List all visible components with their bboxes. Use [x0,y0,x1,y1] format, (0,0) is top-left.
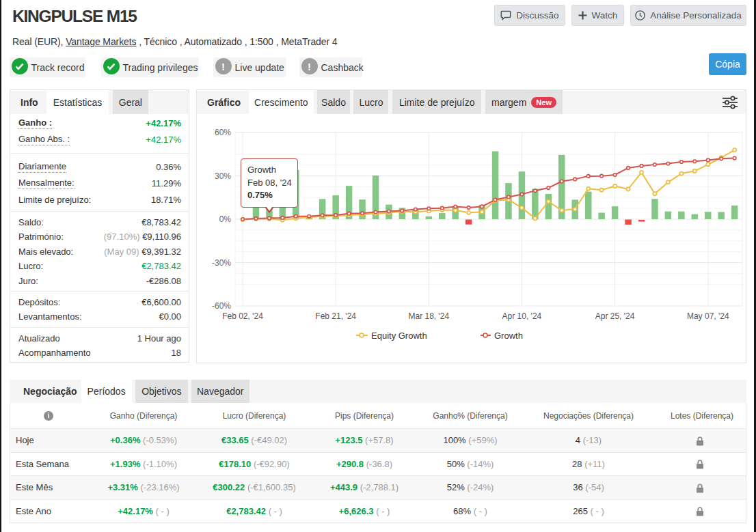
svg-text:Apr 25, '24: Apr 25, '24 [595,311,635,321]
svg-text:30%: 30% [215,171,231,181]
svg-text:0%: 0% [219,214,232,224]
svg-text:Mar 18, '24: Mar 18, '24 [408,311,449,321]
svg-text:-60%: -60% [212,301,231,311]
svg-text:-30%: -30% [212,258,231,268]
svg-text:Equity Growth: Equity Growth [371,331,427,341]
svg-text:May 07, '24: May 07, '24 [687,311,729,321]
svg-text:Growth: Growth [494,331,523,341]
svg-text:Feb 21, '24: Feb 21, '24 [315,311,356,321]
svg-text:Apr 10, '24: Apr 10, '24 [502,311,542,321]
svg-text:60%: 60% [215,128,231,137]
svg-text:Feb 02, '24: Feb 02, '24 [222,311,263,321]
